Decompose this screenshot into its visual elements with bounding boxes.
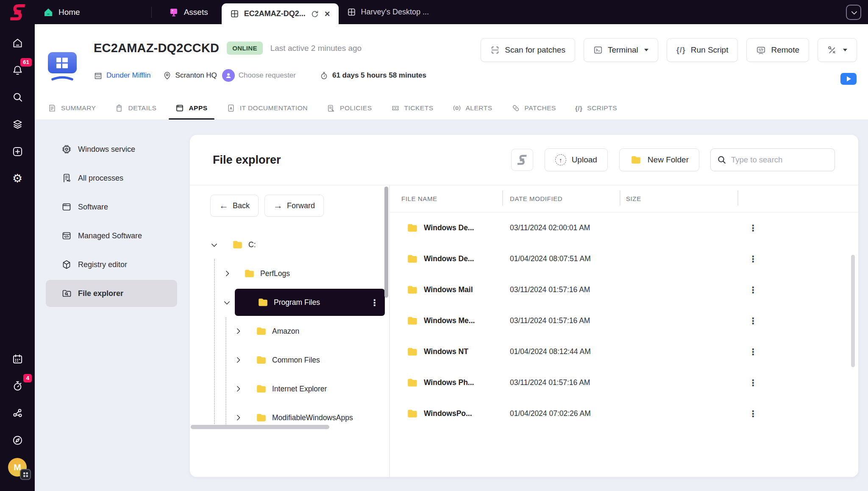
rail-calendar-button[interactable]	[8, 349, 27, 368]
menu-item-all-processes[interactable]: All processes	[46, 165, 177, 192]
tab-alerts[interactable]: ALERTS	[453, 97, 492, 120]
close-tab-icon[interactable]: ×	[325, 9, 330, 19]
date-modified: 03/11/2024 01:57:16 AM	[510, 285, 626, 294]
run-script-button[interactable]: {/} Run Script	[667, 38, 738, 62]
chevron-right-icon[interactable]	[234, 416, 241, 420]
tree-node-amazon[interactable]: Amazon	[190, 317, 389, 346]
tree-node-internet-explorer[interactable]: Internet Explorer	[190, 374, 389, 403]
secondary-device-tab[interactable]: Harvey's Desktop ...	[339, 0, 438, 24]
nav-assets[interactable]: Assets	[161, 7, 216, 17]
kebab-menu-icon[interactable]: ⋮	[743, 285, 858, 294]
video-help-button[interactable]	[840, 73, 857, 85]
map-pin-icon	[163, 71, 172, 80]
tab-it-documentation[interactable]: IT DOCUMENTATION	[227, 97, 308, 120]
kebab-menu-icon[interactable]: ⋮	[743, 223, 858, 232]
device-tab[interactable]: EC2AMAZ-DQ2... ×	[222, 3, 339, 24]
scan-for-patches-button[interactable]: Scan for patches	[481, 38, 575, 62]
rail-create-button[interactable]	[8, 142, 27, 161]
cpu-chip-icon	[59, 144, 74, 154]
terminal-button[interactable]: Terminal	[584, 38, 658, 62]
table-row[interactable]: Windows Ph... 03/11/2024 01:57:16 AM ⋮	[390, 367, 858, 398]
organization-name[interactable]: Dunder Mifflin	[106, 71, 151, 80]
tree-node-common-files[interactable]: Common Files	[190, 346, 389, 374]
tab-details[interactable]: DETAILS	[115, 97, 156, 120]
tools-menu-button[interactable]	[818, 38, 857, 62]
organization-link[interactable]: Dunder Mifflin	[94, 71, 151, 80]
back-button[interactable]: ← Back	[210, 195, 259, 217]
tab-policies[interactable]: POLICIES	[327, 97, 372, 120]
topbar-expand-button[interactable]	[846, 5, 861, 20]
nav-home[interactable]: Home	[36, 7, 88, 17]
requester-select[interactable]: Choose requester	[222, 69, 296, 82]
chevron-right-icon[interactable]	[234, 358, 241, 362]
summary-icon	[48, 104, 56, 112]
rail-workflow-button[interactable]	[8, 404, 27, 422]
table-row[interactable]: Windows De... 01/04/2024 08:07:51 AM ⋮	[390, 243, 858, 274]
chevron-right-icon[interactable]	[223, 271, 230, 276]
device-tabs: SUMMARY DETAILS APPS IT DOCUMENTATION PO…	[35, 97, 868, 120]
tab-tickets[interactable]: TICKETS	[391, 97, 434, 120]
menu-item-file-explorer[interactable]: File explorer	[46, 280, 177, 307]
table-row[interactable]: Windows NT 01/04/2024 08:12:44 AM ⋮	[390, 336, 858, 367]
menu-item-windows-service[interactable]: Windows service	[46, 136, 177, 163]
search-input[interactable]	[710, 148, 835, 171]
chevron-right-icon[interactable]	[234, 329, 241, 333]
caret-down-icon	[644, 49, 648, 51]
menu-item-registry-editor[interactable]: Registry editor	[46, 251, 177, 278]
tools-icon	[827, 45, 837, 55]
new-folder-label: New Folder	[648, 155, 689, 165]
tab-patches[interactable]: PATCHES	[512, 97, 556, 120]
forward-button[interactable]: → Forward	[264, 195, 324, 217]
processes-icon	[59, 173, 74, 183]
menu-item-managed-software[interactable]: Managed Software	[46, 222, 177, 249]
tab-apps[interactable]: APPS	[175, 97, 207, 120]
file-name: Windows De...	[424, 254, 474, 263]
table-row[interactable]: Windows Mail 03/11/2024 01:57:16 AM ⋮	[390, 274, 858, 305]
folder-icon	[257, 297, 269, 308]
rail-notifications-button[interactable]: 61	[8, 61, 27, 79]
tree-node-program-files-selected[interactable]: Program Files ⋮	[190, 288, 389, 317]
new-folder-button[interactable]: New Folder	[619, 148, 699, 171]
kebab-menu-icon[interactable]: ⋮	[743, 409, 858, 418]
refresh-tab-icon[interactable]	[311, 10, 319, 18]
tree-node-c-drive[interactable]: C:	[190, 230, 389, 259]
table-scrollbar-thumb[interactable]	[851, 255, 855, 367]
tab-summary[interactable]: SUMMARY	[48, 97, 96, 120]
kebab-menu-icon[interactable]: ⋮	[370, 298, 379, 307]
software-window-icon	[59, 202, 74, 212]
kebab-menu-icon[interactable]: ⋮	[743, 254, 858, 263]
chevron-down-icon[interactable]	[210, 243, 217, 247]
menu-item-software[interactable]: Software	[46, 193, 177, 220]
chevron-right-icon[interactable]	[234, 387, 241, 391]
kebab-menu-icon[interactable]: ⋮	[743, 347, 858, 356]
kebab-menu-icon[interactable]: ⋮	[743, 378, 858, 387]
rail-home-button[interactable]	[8, 33, 27, 52]
rail-explore-button[interactable]	[8, 431, 27, 449]
table-row[interactable]: Windows Me... 03/11/2024 01:57:16 AM ⋮	[390, 305, 858, 336]
tree-scrollbar-thumb[interactable]	[384, 187, 388, 298]
tree-node-perflogs[interactable]: PerfLogs	[190, 259, 389, 288]
table-row[interactable]: Windows De... 03/11/2024 02:00:01 AM ⋮	[390, 212, 858, 243]
superops-logo-icon[interactable]	[0, 3, 36, 21]
remote-button[interactable]: Remote	[746, 38, 809, 62]
chevron-down-icon[interactable]	[223, 300, 230, 304]
rail-timer-button[interactable]: 4	[8, 377, 27, 395]
screen-widget-icon[interactable]	[20, 469, 31, 480]
tab-scripts[interactable]: {/} SCRIPTS	[575, 97, 617, 120]
table-row[interactable]: WindowsPo... 01/04/2024 07:02:26 AM ⋮	[390, 398, 858, 429]
file-name: Windows De...	[424, 223, 474, 232]
device-tab-label: EC2AMAZ-DQ2...	[244, 9, 306, 18]
tree-horizontal-scrollbar-thumb[interactable]	[191, 425, 329, 429]
device-actions: Scan for patches Terminal {/} Run Script…	[481, 38, 857, 62]
kebab-menu-icon[interactable]: ⋮	[743, 316, 858, 325]
rail-settings-button[interactable]: ⚙	[8, 169, 27, 188]
rail-user-avatar[interactable]: M	[8, 458, 27, 477]
upload-button[interactable]: ↑ Upload	[545, 148, 608, 171]
plus-square-icon	[12, 146, 23, 157]
top-navigation-bar: Home Assets EC2AMAZ-DQ2... × Harvey's De…	[0, 0, 868, 24]
rail-search-button[interactable]	[8, 88, 27, 106]
sync-button[interactable]	[511, 149, 533, 171]
windows-device-icon	[45, 49, 79, 86]
selected-tree-node[interactable]: Program Files ⋮	[235, 289, 385, 316]
rail-modules-button[interactable]	[8, 115, 27, 134]
